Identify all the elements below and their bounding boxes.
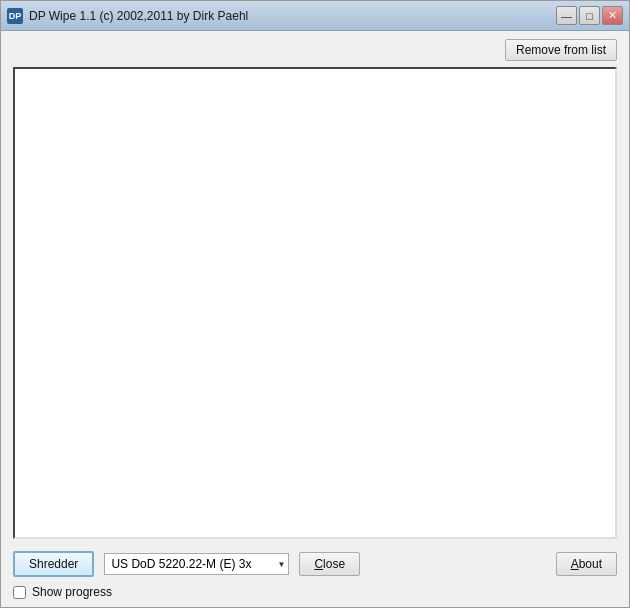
- title-bar: DP DP Wipe 1.1 (c) 2002,2011 by Dirk Pae…: [1, 1, 629, 31]
- close-button[interactable]: Close: [299, 552, 360, 576]
- title-bar-left: DP DP Wipe 1.1 (c) 2002,2011 by Dirk Pae…: [7, 8, 248, 24]
- content-area: Remove from list Shredder US DoD 5220.22…: [1, 31, 629, 607]
- bottom-controls: Shredder US DoD 5220.22-M (E) 3x US DoD …: [13, 551, 617, 577]
- app-icon: DP: [7, 8, 23, 24]
- remove-from-list-button[interactable]: Remove from list: [505, 39, 617, 61]
- maximize-button[interactable]: □: [579, 6, 600, 25]
- show-progress-row: Show progress: [13, 585, 617, 599]
- wipe-method-select-wrapper: US DoD 5220.22-M (E) 3x US DoD 5220.22-M…: [104, 553, 289, 575]
- wipe-method-select[interactable]: US DoD 5220.22-M (E) 3x US DoD 5220.22-M…: [104, 553, 289, 575]
- shredder-button[interactable]: Shredder: [13, 551, 94, 577]
- about-button[interactable]: About: [556, 552, 617, 576]
- show-progress-label: Show progress: [32, 585, 112, 599]
- top-bar: Remove from list: [13, 39, 617, 61]
- title-bar-buttons: — □ ✕: [556, 6, 623, 25]
- file-list[interactable]: [13, 67, 617, 539]
- show-progress-checkbox[interactable]: [13, 586, 26, 599]
- main-window: DP DP Wipe 1.1 (c) 2002,2011 by Dirk Pae…: [0, 0, 630, 608]
- close-window-button[interactable]: ✕: [602, 6, 623, 25]
- minimize-button[interactable]: —: [556, 6, 577, 25]
- window-title: DP Wipe 1.1 (c) 2002,2011 by Dirk Paehl: [29, 9, 248, 23]
